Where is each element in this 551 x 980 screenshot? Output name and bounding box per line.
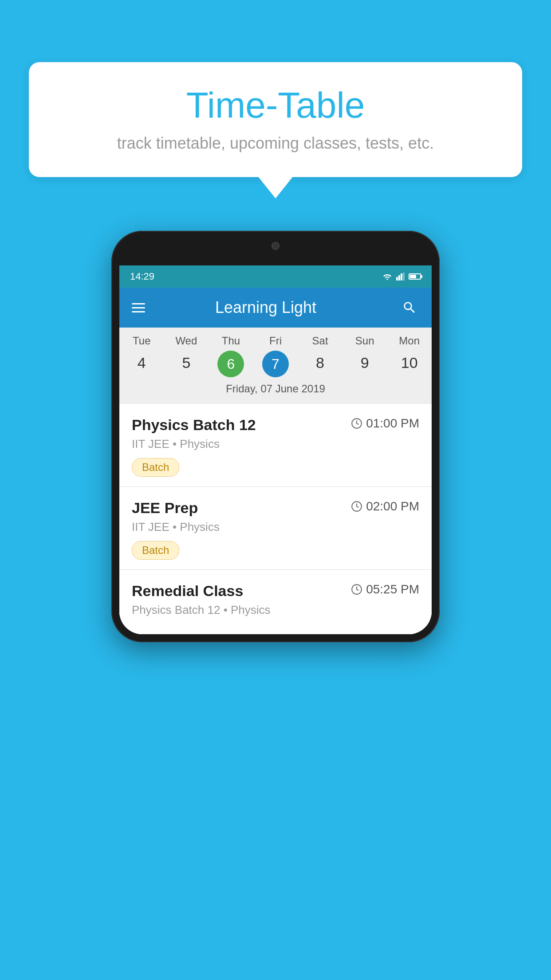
- day-6-today[interactable]: 6: [217, 351, 244, 377]
- schedule-item-3-name: Remedial Class: [132, 582, 243, 600]
- bubble-subtitle: track timetable, upcoming classes, tests…: [55, 134, 496, 153]
- phone-container: 14:29: [111, 231, 440, 642]
- calendar-strip: Tue Wed Thu Fri Sat Sun Mon 4 5 6 7 8 9 …: [119, 328, 432, 404]
- day-name-sat: Sat: [298, 335, 342, 347]
- schedule-item-1-name: Physics Batch 12: [132, 416, 256, 434]
- day-name-thu: Thu: [209, 335, 253, 347]
- status-time: 14:29: [130, 271, 154, 282]
- day-4[interactable]: 4: [119, 351, 164, 377]
- schedule-item-1-time: 01:00 PM: [351, 416, 419, 431]
- schedule-item-2-header: JEE Prep 02:00 PM: [132, 499, 419, 517]
- svg-rect-1: [398, 275, 400, 281]
- schedule-item-2-time: 02:00 PM: [351, 499, 419, 514]
- schedule-item-3[interactable]: Remedial Class 05:25 PM Physics Batch 12…: [119, 570, 432, 634]
- battery-icon: [409, 273, 421, 280]
- days-numbers: 4 5 6 7 8 9 10: [119, 351, 432, 377]
- search-button[interactable]: [400, 298, 419, 317]
- day-name-fri: Fri: [253, 335, 298, 347]
- schedule-item-1-meta: IIT JEE • Physics: [132, 437, 419, 451]
- svg-rect-2: [401, 273, 402, 281]
- day-5[interactable]: 5: [164, 351, 209, 377]
- days-header: Tue Wed Thu Fri Sat Sun Mon: [119, 335, 432, 347]
- speech-bubble-container: Time-Table track timetable, upcoming cla…: [29, 62, 522, 177]
- schedule-item-3-time-text: 05:25 PM: [366, 582, 419, 597]
- schedule-item-3-time: 05:25 PM: [351, 582, 419, 597]
- schedule-item-2[interactable]: JEE Prep 02:00 PM IIT JEE • Physics Batc…: [119, 487, 432, 570]
- schedule-item-1-header: Physics Batch 12 01:00 PM: [132, 416, 419, 434]
- status-icons: [382, 273, 421, 281]
- clock-icon-2: [351, 501, 362, 512]
- schedule-list: Physics Batch 12 01:00 PM IIT JEE • Phys…: [119, 404, 432, 634]
- day-name-sun: Sun: [342, 335, 387, 347]
- day-name-tue: Tue: [119, 335, 164, 347]
- speech-bubble: Time-Table track timetable, upcoming cla…: [29, 62, 522, 177]
- schedule-item-3-header: Remedial Class 05:25 PM: [132, 582, 419, 600]
- day-8[interactable]: 8: [298, 351, 342, 377]
- schedule-item-1-time-text: 01:00 PM: [366, 416, 419, 431]
- bubble-title: Time-Table: [55, 84, 496, 126]
- phone-top-bar: [119, 239, 432, 265]
- schedule-item-3-meta: Physics Batch 12 • Physics: [132, 603, 419, 617]
- signal-icon: [396, 273, 405, 281]
- day-7-selected[interactable]: 7: [262, 351, 289, 377]
- schedule-item-2-meta: IIT JEE • Physics: [132, 520, 419, 534]
- app-title: Learning Light: [132, 298, 400, 317]
- day-9[interactable]: 9: [342, 351, 387, 377]
- day-name-mon: Mon: [387, 335, 432, 347]
- search-icon: [402, 300, 417, 315]
- svg-rect-0: [396, 277, 398, 281]
- phone-frame: 14:29: [111, 231, 440, 642]
- day-name-wed: Wed: [164, 335, 209, 347]
- notch: [253, 239, 298, 253]
- clock-icon-3: [351, 584, 362, 595]
- schedule-item-1-badge: Batch: [132, 458, 179, 477]
- svg-rect-3: [403, 273, 405, 281]
- schedule-item-2-time-text: 02:00 PM: [366, 499, 419, 514]
- app-bar: Learning Light: [119, 288, 432, 328]
- wifi-icon: [382, 273, 393, 281]
- camera: [272, 242, 279, 250]
- schedule-item-2-badge: Batch: [132, 541, 179, 560]
- phone-screen: 14:29: [119, 265, 432, 634]
- status-bar: 14:29: [119, 265, 432, 288]
- clock-icon-1: [351, 418, 362, 429]
- schedule-item-2-name: JEE Prep: [132, 499, 198, 517]
- day-10[interactable]: 10: [387, 351, 432, 377]
- schedule-item-1[interactable]: Physics Batch 12 01:00 PM IIT JEE • Phys…: [119, 404, 432, 487]
- selected-date-label: Friday, 07 June 2019: [119, 383, 432, 400]
